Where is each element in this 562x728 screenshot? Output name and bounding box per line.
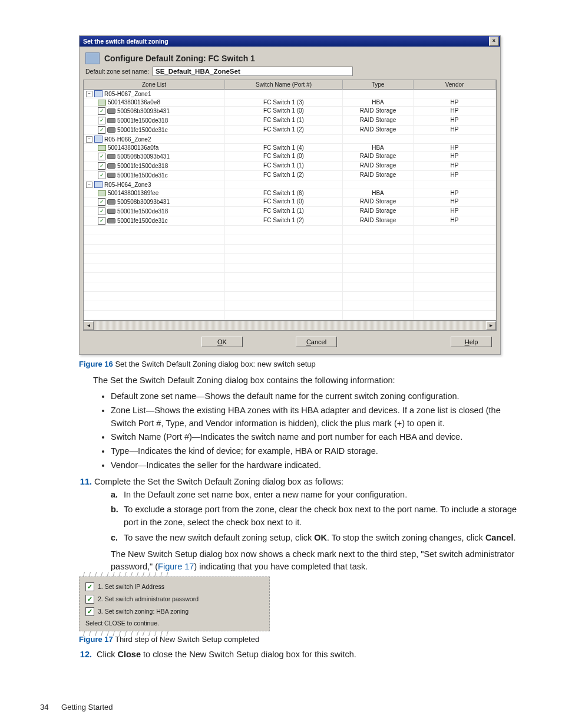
port-row[interactable]: 500508b30093b431FC Switch 1 (0)RAID Stor… bbox=[84, 107, 496, 116]
switch-name-cell: FC Switch 1 (1) bbox=[225, 116, 343, 126]
port-row[interactable]: 500143800136a0e8FC Switch 1 (3)HBAHP bbox=[84, 98, 496, 107]
zoneset-name-input[interactable]: SE_Default_HBA_ZoneSet bbox=[153, 67, 353, 76]
port-row[interactable]: 50001fe1500de318FC Switch 1 (1)RAID Stor… bbox=[84, 207, 496, 216]
col-zone-list[interactable]: Zone List bbox=[84, 80, 225, 90]
page-footer: 34 Getting Started bbox=[40, 703, 113, 711]
list-item: Zone List—Shows the existing HBA zones w… bbox=[111, 404, 528, 430]
zone-icon bbox=[94, 90, 103, 97]
type-cell: RAID Storage bbox=[343, 171, 414, 180]
port-row[interactable]: 50001fe1500de31cFC Switch 1 (2)RAID Stor… bbox=[84, 126, 496, 135]
switch-icon bbox=[85, 52, 100, 64]
expander-minus-icon[interactable]: − bbox=[86, 91, 92, 97]
setup-step-label: 2. Set switch administrator password bbox=[98, 595, 199, 602]
checkbox-icon[interactable] bbox=[85, 607, 94, 616]
col-vendor[interactable]: Vendor bbox=[414, 80, 496, 90]
setup-step-row: 1. Set switch IP Address bbox=[82, 581, 267, 593]
port-checkbox[interactable] bbox=[98, 172, 105, 179]
zone-name: R05-H066_Zone2 bbox=[104, 136, 151, 143]
port-checkbox[interactable] bbox=[98, 217, 105, 225]
scroll-right-icon[interactable]: ▸ bbox=[486, 321, 496, 330]
setup-step-row: 3. Set switch zoning: HBA zoning bbox=[82, 605, 267, 618]
setup-step-label: 3. Set switch zoning: HBA zoning bbox=[98, 608, 189, 615]
step-11: 11.Complete the Set the Switch Default Z… bbox=[77, 477, 528, 486]
step-11-substeps: a.In the Default zone set name box, ente… bbox=[111, 489, 528, 545]
col-switch-name[interactable]: Switch Name (Port #) bbox=[225, 80, 343, 90]
checkbox-icon[interactable] bbox=[85, 595, 94, 604]
disk-icon bbox=[107, 218, 115, 223]
port-wwn: 50001fe1500de318 bbox=[117, 117, 168, 124]
horizontal-scrollbar[interactable]: ◂ ▸ bbox=[83, 321, 497, 331]
substep-c: c. To save the new switch default zoning… bbox=[111, 532, 528, 545]
cancel-button[interactable]: Cancel bbox=[296, 337, 337, 347]
switch-name-cell: FC Switch 1 (0) bbox=[225, 152, 343, 162]
type-cell: HBA bbox=[343, 144, 414, 152]
switch-name-cell: FC Switch 1 (2) bbox=[225, 126, 343, 135]
switch-name-cell: FC Switch 1 (2) bbox=[225, 216, 343, 226]
zoneset-label: Default zone set name: bbox=[85, 68, 149, 75]
port-checkbox[interactable] bbox=[98, 126, 105, 134]
intro-paragraph: The Set the Switch Default Zoning dialog… bbox=[93, 374, 528, 387]
zone-header-row[interactable]: −R05-H067_Zone1 bbox=[84, 90, 496, 98]
checkbox-icon[interactable] bbox=[85, 582, 94, 591]
port-checkbox[interactable] bbox=[98, 107, 105, 115]
figure-17-link[interactable]: Figure 17 bbox=[158, 562, 194, 571]
port-row[interactable]: 500508b30093b431FC Switch 1 (0)RAID Stor… bbox=[84, 197, 496, 207]
info-bullet-list: Default zone set name—Shows the default … bbox=[111, 390, 528, 472]
zone-header-row[interactable]: −R05-H064_Zone3 bbox=[84, 180, 496, 189]
port-wwn: 50001fe1500de31c bbox=[117, 127, 168, 133]
type-cell: RAID Storage bbox=[343, 216, 414, 226]
substep-b: b.To exclude a storage port from the zon… bbox=[111, 503, 528, 529]
type-cell: RAID Storage bbox=[343, 152, 414, 162]
hba-card-icon bbox=[98, 145, 106, 151]
help-button[interactable]: Help bbox=[451, 337, 492, 347]
port-row[interactable]: 50001fe1500de318FC Switch 1 (1)RAID Stor… bbox=[84, 116, 496, 126]
port-row[interactable]: 500143800136a0faFC Switch 1 (4)HBAHP bbox=[84, 144, 496, 152]
vendor-cell: HP bbox=[414, 207, 496, 216]
switch-name-cell: FC Switch 1 (4) bbox=[225, 144, 343, 152]
close-icon[interactable]: × bbox=[489, 37, 499, 46]
port-wwn: 500508b30093b431 bbox=[117, 108, 170, 114]
section-title: Getting Started bbox=[61, 703, 113, 711]
vendor-cell: HP bbox=[414, 171, 496, 180]
port-row[interactable]: 50001fe1500de31cFC Switch 1 (2)RAID Stor… bbox=[84, 171, 496, 180]
port-checkbox[interactable] bbox=[98, 198, 105, 206]
setup-step-label: 1. Set switch IP Address bbox=[98, 583, 164, 590]
port-checkbox[interactable] bbox=[98, 162, 105, 170]
zone-list-grid: Zone List Switch Name (Port #) Type Vend… bbox=[83, 80, 497, 321]
zone-name: R05-H067_Zone1 bbox=[104, 91, 151, 97]
list-item: Type—Indicates the kind of device; for e… bbox=[111, 445, 528, 458]
expander-minus-icon[interactable]: − bbox=[86, 182, 92, 188]
hba-card-icon bbox=[98, 100, 106, 106]
vendor-cell: HP bbox=[414, 144, 496, 152]
port-checkbox[interactable] bbox=[98, 117, 105, 124]
port-wwn: 50001fe1500de31c bbox=[117, 172, 168, 179]
type-cell: RAID Storage bbox=[343, 126, 414, 135]
port-checkbox[interactable] bbox=[98, 207, 105, 215]
vendor-cell: HP bbox=[414, 98, 496, 107]
port-row[interactable]: 5001438001369feeFC Switch 1 (6)HBAHP bbox=[84, 189, 496, 197]
expander-minus-icon[interactable]: − bbox=[86, 136, 92, 143]
new-switch-setup-steps-panel: 1. Set switch IP Address 2. Set switch a… bbox=[79, 577, 270, 631]
vendor-cell: HP bbox=[414, 189, 496, 197]
port-row[interactable]: 50001fe1500de318FC Switch 1 (1)RAID Stor… bbox=[84, 162, 496, 171]
scroll-left-icon[interactable]: ◂ bbox=[84, 321, 94, 330]
disk-icon bbox=[107, 118, 115, 123]
vendor-cell: HP bbox=[414, 152, 496, 162]
port-wwn: 50001fe1500de31c bbox=[117, 218, 168, 224]
port-row[interactable]: 500508b30093b431FC Switch 1 (0)RAID Stor… bbox=[84, 152, 496, 162]
port-wwn: 5001438001369fee bbox=[108, 190, 158, 196]
zone-icon bbox=[94, 136, 103, 143]
disk-icon bbox=[107, 173, 115, 178]
vendor-cell: HP bbox=[414, 162, 496, 171]
switch-name-cell: FC Switch 1 (3) bbox=[225, 98, 343, 107]
page-number: 34 bbox=[40, 703, 48, 711]
col-type[interactable]: Type bbox=[343, 80, 414, 90]
port-checkbox[interactable] bbox=[98, 153, 105, 160]
ok-button[interactable]: OK bbox=[201, 337, 243, 347]
type-cell: RAID Storage bbox=[343, 107, 414, 116]
switch-name-cell: FC Switch 1 (2) bbox=[225, 171, 343, 180]
port-row[interactable]: 50001fe1500de31cFC Switch 1 (2)RAID Stor… bbox=[84, 216, 496, 226]
type-cell: RAID Storage bbox=[343, 162, 414, 171]
dialog-titlebar[interactable]: Set the switch default zoning × bbox=[80, 36, 500, 47]
zone-header-row[interactable]: −R05-H066_Zone2 bbox=[84, 135, 496, 144]
